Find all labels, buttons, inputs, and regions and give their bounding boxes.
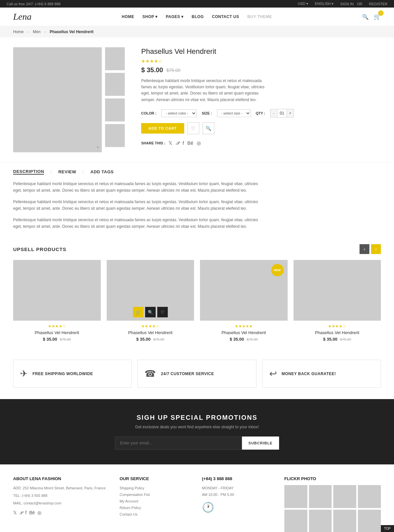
flickr-thumb-1[interactable] bbox=[284, 485, 307, 508]
color-select[interactable]: - select color - Black White Red bbox=[161, 109, 197, 117]
thumb-1[interactable] bbox=[105, 47, 125, 70]
dribbble-share-icon[interactable]: ◎ bbox=[197, 140, 201, 146]
upsell-next-arrow[interactable]: › bbox=[371, 244, 381, 254]
upsell-price-old-4: $75.00 bbox=[340, 337, 351, 341]
product-images: + bbox=[13, 47, 125, 152]
breadcrumb-men[interactable]: Men bbox=[33, 30, 40, 34]
footer-pinterest-icon[interactable]: 𝒫 bbox=[19, 510, 23, 516]
top-bar: Call us free 24/7: (+84) 6 888 888 USD ▾… bbox=[0, 0, 394, 8]
upsell-card-4: ★★★★☆ Phasellus Vel Hendrerit $ 35.00 $7… bbox=[294, 260, 381, 342]
search-icon[interactable]: 🔍 bbox=[362, 14, 369, 20]
upsell-prev-arrow[interactable]: ‹ bbox=[360, 244, 369, 254]
footer-service-list: Shipping Policy Compensation Fist My Acc… bbox=[120, 485, 192, 518]
desc-para-1: Pellentesque habitant morbi tristique se… bbox=[13, 181, 259, 194]
tab-review[interactable]: REVIEW bbox=[58, 169, 76, 174]
watermark: TOP bbox=[381, 525, 394, 532]
flickr-thumb-8[interactable] bbox=[358, 510, 381, 532]
footer-behance-icon[interactable]: Bē bbox=[29, 510, 35, 516]
zoom-plus[interactable]: + bbox=[97, 144, 99, 150]
add-to-cart-button[interactable]: ADD TO CART bbox=[141, 123, 184, 134]
upsell-price-old-2: $75.00 bbox=[153, 337, 164, 341]
feature-money-back: ↩ MONEY BACK GUARATEE! bbox=[262, 360, 381, 388]
footer-mail: MAIL: contact@lenashop.com bbox=[13, 500, 110, 507]
thumb-2[interactable] bbox=[105, 73, 125, 96]
nav-buy-theme[interactable]: BUY THEME bbox=[247, 14, 272, 19]
language-selector[interactable]: ENGLISH ▾ bbox=[315, 2, 334, 6]
upsell-name-1[interactable]: Phasellus Vel Hendrerit bbox=[13, 330, 101, 335]
footer-facebook-icon[interactable]: f bbox=[25, 510, 27, 516]
share-label: SHARE THIS : bbox=[141, 141, 165, 145]
call-text: Call us free 24/7: (+84) 6 888 888 bbox=[7, 2, 60, 6]
tab-add-tags[interactable]: ADD TAGS bbox=[90, 169, 114, 174]
flickr-thumb-5[interactable] bbox=[284, 510, 307, 532]
footer-service: OUR SERVICE Shipping Policy Compensation… bbox=[120, 476, 192, 532]
feature-shipping: ✈ FREE SHIPPING WORLDWIDE bbox=[13, 360, 132, 388]
footer-contact[interactable]: Contact Us bbox=[120, 512, 137, 516]
upsell-price-row-4: $ 35.00 $75.00 bbox=[294, 337, 381, 342]
feature-money-back-text: MONEY BACK GUARATEE! bbox=[282, 372, 336, 376]
newsletter-email-input[interactable] bbox=[115, 436, 242, 450]
top-right: USD ▾ ENGLISH ▾ SIGN IN OR REGISTER bbox=[295, 2, 387, 6]
main-nav: HOME SHOP ▾ PAGES ▾ BLOG CONTACT US BUY … bbox=[122, 14, 272, 19]
price-current: $ 35.00 bbox=[141, 66, 163, 74]
upsell-name-2[interactable]: Phasellus Vel Hendrerit bbox=[107, 330, 194, 335]
nav-blog[interactable]: BLOG bbox=[192, 14, 204, 19]
flickr-thumb-7[interactable] bbox=[333, 510, 356, 532]
upsell-card-1: ★★★★☆ Phasellus Vel Hendrerit $ 35.00 $7… bbox=[13, 260, 101, 342]
register-link[interactable]: REGISTER bbox=[369, 2, 387, 6]
flickr-thumb-4[interactable] bbox=[358, 485, 381, 508]
footer-my-account[interactable]: My Account bbox=[120, 499, 138, 503]
upsell-search-btn-2[interactable]: 🔍 bbox=[145, 307, 156, 317]
footer-contact-hours: AM 10.00 - PM 5.00 bbox=[202, 492, 274, 498]
product-tabs: DESCRIPTION / REVIEW / ADD TAGS bbox=[13, 169, 381, 175]
nav-shop[interactable]: SHOP ▾ bbox=[142, 14, 158, 19]
thumb-3[interactable] bbox=[105, 98, 125, 121]
footer-grid: ABOUT LENA FASHION ADD: 252 Milacina Mre… bbox=[13, 476, 381, 532]
breadcrumb-home[interactable]: Home bbox=[13, 30, 24, 34]
nav-contact[interactable]: CONTACT US bbox=[212, 14, 239, 19]
footer-address: ADD: 252 Milacina Mrent Street, Behansed… bbox=[13, 485, 110, 492]
logo[interactable]: Lena bbox=[13, 11, 32, 22]
tab-description[interactable]: DESCRIPTION bbox=[13, 169, 44, 175]
newsletter-title: SIGH UP SPECIAL PROMOTIONS bbox=[13, 414, 381, 421]
upsell-stars-4: ★★★★☆ bbox=[294, 324, 381, 329]
footer-compensation[interactable]: Compensation Fist bbox=[120, 493, 150, 497]
price-row: $ 35.00 $75.00 bbox=[141, 66, 381, 74]
upsell-cart-btn-2[interactable]: 🛒 bbox=[133, 307, 143, 317]
wishlist-button[interactable]: ♡ bbox=[187, 122, 199, 134]
cart-icon[interactable]: 🛒 1 bbox=[374, 13, 381, 20]
pinterest-share-icon[interactable]: 𝒫 bbox=[176, 140, 179, 146]
behance-share-icon[interactable]: Bē bbox=[187, 140, 193, 146]
compare-button[interactable]: 🔍 bbox=[203, 122, 214, 134]
thumb-4[interactable] bbox=[105, 124, 125, 147]
footer-dribbble-icon[interactable]: ◎ bbox=[37, 510, 41, 516]
qty-decrease[interactable]: - bbox=[271, 109, 277, 117]
footer-contact-title: (+84) 3 888 888 bbox=[202, 476, 274, 481]
upsell-image-4 bbox=[294, 260, 381, 321]
sign-in-link[interactable]: SIGN IN bbox=[340, 2, 354, 6]
footer-shipping-policy[interactable]: Shipping Policy bbox=[120, 486, 144, 490]
upsell-wish-btn-2[interactable]: ♡ bbox=[157, 307, 168, 317]
nav-home[interactable]: HOME bbox=[122, 14, 134, 19]
shipping-icon: ✈ bbox=[20, 368, 28, 379]
desc-para-3: Pellentesque habitant morbi tristique se… bbox=[13, 217, 259, 230]
newsletter-subscribe-button[interactable]: SUBCRIBLE bbox=[242, 436, 279, 450]
flickr-thumb-3[interactable] bbox=[333, 485, 356, 508]
upsell-name-3[interactable]: Phasellus Vel Hendrerit bbox=[200, 330, 288, 335]
footer-return-policy[interactable]: Return Policy bbox=[120, 506, 141, 510]
footer-flickr: FLICKR PHOTO bbox=[284, 476, 381, 532]
upsell-name-4[interactable]: Phasellus Vel Hendrerit bbox=[294, 330, 381, 335]
footer-twitter-icon[interactable]: 𝕏 bbox=[13, 510, 17, 516]
footer-tel: TEL: (+84) 3 555 888 bbox=[13, 493, 110, 499]
upsell-stars-3: ★★★★★ bbox=[200, 324, 288, 329]
flickr-thumb-6[interactable] bbox=[309, 510, 332, 532]
tabs-section: DESCRIPTION / REVIEW / ADD TAGS Pellente… bbox=[0, 162, 394, 238]
qty-increase[interactable]: + bbox=[287, 109, 294, 117]
flickr-thumb-2[interactable] bbox=[309, 485, 332, 508]
facebook-share-icon[interactable]: f bbox=[183, 140, 184, 146]
twitter-share-icon[interactable]: 𝕏 bbox=[168, 140, 172, 146]
size-select[interactable]: - select size - S M L XL bbox=[217, 109, 251, 117]
currency-selector[interactable]: USD ▾ bbox=[298, 2, 308, 6]
nav-pages[interactable]: PAGES ▾ bbox=[166, 14, 184, 19]
upsell-price-2: $ 35.00 bbox=[136, 337, 150, 342]
